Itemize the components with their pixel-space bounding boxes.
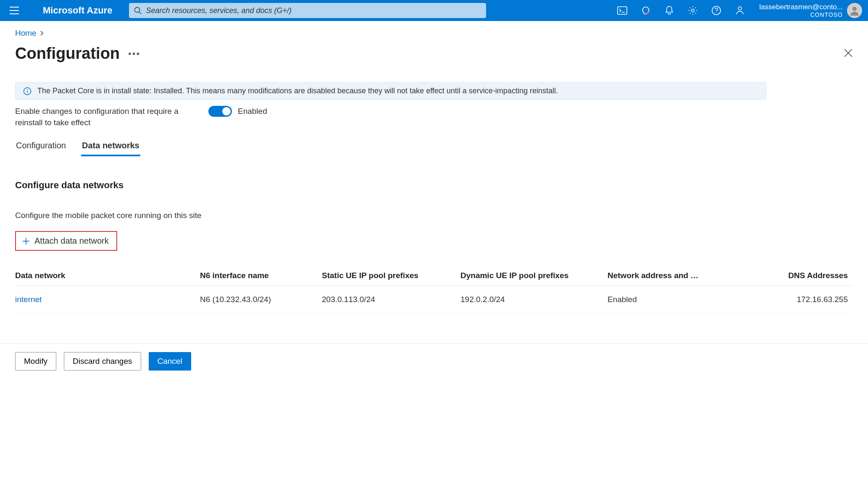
- account-block[interactable]: lassebertrasmen@conto... CONTOSO: [759, 3, 862, 18]
- table-row[interactable]: internet N6 (10.232.43.0/24) 203.0.113.0…: [15, 286, 853, 314]
- breadcrumb-home[interactable]: Home: [15, 29, 37, 38]
- more-icon[interactable]: •••: [128, 48, 140, 59]
- menu-icon[interactable]: [6, 7, 23, 14]
- svg-point-7: [646, 12, 649, 14]
- close-icon[interactable]: [844, 48, 853, 59]
- search-placeholder: Search resources, services, and docs (G+…: [146, 6, 292, 15]
- svg-point-11: [738, 7, 742, 10]
- info-bar: The Packet Core is in install state: Ins…: [15, 82, 766, 100]
- svg-point-10: [716, 13, 717, 13]
- th-data-network[interactable]: Data network: [15, 271, 200, 280]
- tab-data-networks[interactable]: Data networks: [81, 139, 140, 156]
- tabs: Configuration Data networks: [15, 139, 853, 156]
- discard-button[interactable]: Discard changes: [64, 352, 141, 371]
- toggle-state-label: Enabled: [238, 107, 267, 116]
- svg-point-17: [27, 89, 28, 90]
- section-title: Configure data networks: [15, 180, 853, 191]
- breadcrumb: Home: [15, 29, 853, 38]
- modify-button[interactable]: Modify: [15, 352, 56, 371]
- cancel-button[interactable]: Cancel: [149, 352, 191, 371]
- feedback-icon[interactable]: [734, 5, 746, 16]
- search-icon: [134, 7, 142, 14]
- cell-dns: 172.16.63.255: [734, 295, 853, 304]
- settings-icon[interactable]: [687, 5, 699, 16]
- account-tenant: CONTOSO: [759, 11, 843, 18]
- th-static-ip[interactable]: Static UE IP pool prefixes: [322, 271, 460, 280]
- svg-point-8: [692, 9, 694, 12]
- th-dynamic-ip[interactable]: Dynamic UE IP pool prefixes: [460, 271, 608, 280]
- top-bar: Microsoft Azure Search resources, servic…: [0, 0, 868, 21]
- svg-point-3: [135, 8, 140, 13]
- svg-rect-5: [618, 7, 627, 14]
- account-email: lassebertrasmen@conto...: [759, 3, 843, 11]
- section-subtitle: Configure the mobile packet core running…: [15, 211, 853, 220]
- cloud-shell-icon[interactable]: [616, 5, 628, 16]
- th-dns[interactable]: DNS Addresses: [734, 271, 853, 280]
- enable-changes-toggle[interactable]: [208, 106, 232, 117]
- cell-static-ip: 203.0.113.0/24: [322, 295, 460, 304]
- table-header: Data network N6 interface name Static UE…: [15, 266, 853, 286]
- th-nat[interactable]: Network address and …: [608, 271, 734, 280]
- cell-data-network[interactable]: internet: [15, 295, 200, 304]
- avatar[interactable]: [847, 3, 862, 18]
- attach-data-network-label: Attach data network: [34, 236, 109, 246]
- brand-label[interactable]: Microsoft Azure: [43, 5, 112, 16]
- toggle-label: Enable changes to configuration that req…: [15, 106, 183, 128]
- info-icon: [23, 87, 32, 95]
- footer-actions: Modify Discard changes Cancel: [0, 343, 868, 379]
- help-icon[interactable]: [710, 5, 722, 16]
- cell-n6: N6 (10.232.43.0/24): [200, 295, 322, 304]
- svg-point-12: [852, 7, 857, 11]
- tab-configuration[interactable]: Configuration: [15, 139, 67, 156]
- cell-nat: Enabled: [608, 295, 734, 304]
- chevron-right-icon: [40, 30, 44, 36]
- th-n6[interactable]: N6 interface name: [200, 271, 322, 280]
- svg-line-4: [139, 12, 141, 14]
- cell-dynamic-ip: 192.0.2.0/24: [460, 295, 608, 304]
- plus-icon: [22, 237, 30, 245]
- attach-data-network-button[interactable]: Attach data network: [15, 231, 117, 251]
- copilot-icon[interactable]: [640, 5, 652, 16]
- page-title: Configuration: [15, 45, 120, 63]
- info-text: The Packet Core is in install state: Ins…: [37, 87, 558, 95]
- top-icon-group: [616, 5, 746, 16]
- search-input[interactable]: Search resources, services, and docs (G+…: [129, 3, 486, 18]
- data-networks-table: Data network N6 interface name Static UE…: [15, 266, 853, 314]
- notifications-icon[interactable]: [663, 5, 675, 16]
